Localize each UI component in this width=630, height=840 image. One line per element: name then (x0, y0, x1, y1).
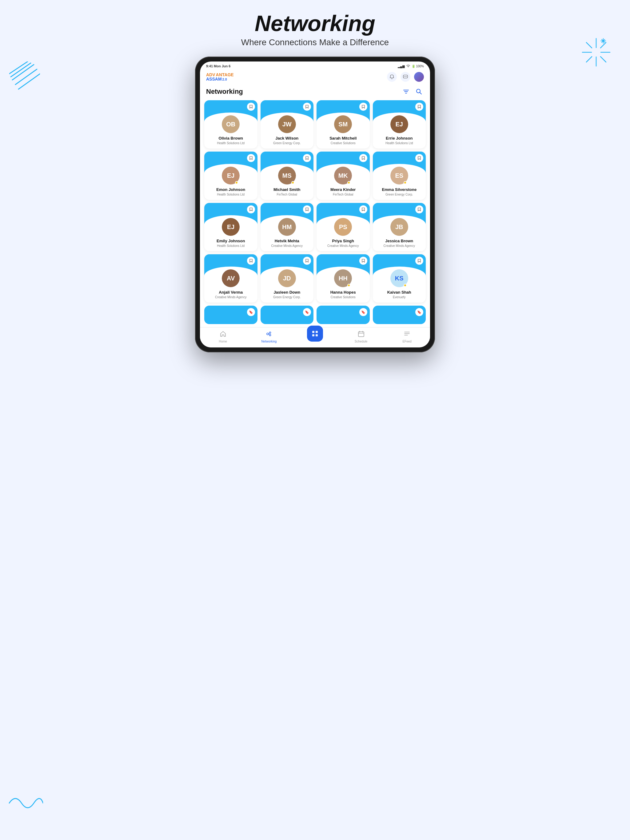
svg-line-15 (602, 39, 605, 43)
nav-apps[interactable] (292, 327, 338, 347)
partial-card-3[interactable]: 🔖 (317, 306, 370, 324)
logo-advantage2: ANTAGE (216, 73, 234, 77)
person-card-16[interactable]: KS Kaivan Shah Evenuefy (373, 254, 426, 303)
person-card-7[interactable]: MK Meera Kinder FinTech Global (317, 152, 370, 200)
bookmark-button[interactable] (415, 257, 423, 265)
chat-button[interactable] (400, 72, 410, 82)
bookmark-button[interactable] (415, 154, 423, 162)
avatar-face: AV (222, 269, 240, 287)
svg-point-20 (406, 76, 407, 77)
bookmark-button[interactable] (359, 205, 367, 213)
svg-point-18 (404, 76, 405, 77)
card-header: EJ (373, 100, 426, 125)
logo-assam: ASSAM (206, 77, 222, 81)
nav-home-label: Home (219, 340, 227, 343)
online-indicator (347, 284, 350, 287)
person-card-4[interactable]: EJ Errie Johnson Health Solutions Ltd (373, 100, 426, 148)
person-card-6[interactable]: MS Michael Smith FinTech Global (261, 152, 314, 200)
notification-button[interactable] (387, 72, 397, 82)
person-card-12[interactable]: JB Jessica Brown Creative Minds Agency (373, 203, 426, 251)
person-card-2[interactable]: JW Jack Wilson Green Energy Corp. (261, 100, 314, 148)
avatar-face: JW (278, 115, 296, 133)
online-indicator (291, 181, 294, 184)
card-header: HH (317, 254, 370, 279)
partial-card-4[interactable]: 🔖 (373, 306, 426, 324)
person-card-14[interactable]: JD Jasleen Down Green Energy Corp. (261, 254, 314, 303)
nav-schedule[interactable]: Schedule (338, 327, 384, 347)
person-card-11[interactable]: PS Priya Singh Creative Minds Agency (317, 203, 370, 251)
person-name: Hanna Hopes (319, 290, 367, 295)
filter-button[interactable] (401, 87, 411, 96)
bookmark-icon[interactable]: 🔖 (415, 308, 423, 316)
avatar: SM (333, 114, 353, 134)
bookmark-icon[interactable]: 🔖 (359, 308, 367, 316)
card-header: ES (373, 152, 426, 176)
svg-line-2 (19, 74, 40, 89)
svg-line-29 (269, 333, 269, 334)
user-avatar[interactable] (414, 72, 424, 82)
person-card-1[interactable]: OB Olivia Brown Health Solutions Ltd (204, 100, 258, 148)
bookmark-icon[interactable]: 🔖 (247, 308, 255, 316)
nav-networking-label: Networking (261, 340, 277, 343)
svg-line-30 (269, 334, 269, 335)
avatar-face: JD (278, 269, 296, 287)
page-main-title: Networking (241, 12, 389, 35)
svg-rect-34 (316, 334, 318, 336)
person-card-3[interactable]: SM Sarah Mitchell Creative Solutions (317, 100, 370, 148)
person-company: FinTech Global (319, 193, 367, 196)
card-header: PS (317, 203, 370, 227)
bookmark-button[interactable] (359, 154, 367, 162)
partial-card-2[interactable]: 🔖 (261, 306, 314, 324)
bookmark-button[interactable] (359, 257, 367, 265)
person-card-10[interactable]: HM Hetvik Mehta Creative Minds Agency (261, 203, 314, 251)
nav-home[interactable]: Home (200, 327, 246, 347)
avatar-face: OB (222, 115, 240, 133)
bookmark-button[interactable] (303, 103, 311, 111)
status-time: 9:41 Mon Jun 6 (206, 64, 230, 68)
decorative-wave-bottom (6, 791, 43, 809)
bookmark-button[interactable] (247, 205, 255, 213)
online-indicator (404, 284, 407, 287)
bookmark-icon[interactable]: 🔖 (303, 308, 311, 316)
svg-line-4 (9, 62, 28, 74)
nav-efeed[interactable]: EFeed (384, 327, 430, 347)
card-header: EJ (204, 152, 258, 176)
bookmark-button[interactable] (247, 257, 255, 265)
bookmark-button[interactable] (415, 103, 423, 111)
person-name: Jack Wilson (263, 136, 311, 141)
person-company: FinTech Global (263, 193, 311, 196)
bookmark-button[interactable] (247, 103, 255, 111)
partial-card-1[interactable]: 🔖 (204, 306, 258, 324)
bookmark-button[interactable] (359, 103, 367, 111)
person-card-13[interactable]: AV Anjali Verma Creative Minds Agency (204, 254, 258, 303)
card-header: KS (373, 254, 426, 279)
person-company: Health Solutions Ltd (375, 141, 424, 145)
avatar-face: SM (334, 115, 352, 133)
person-card-8[interactable]: ES Emma Silverstone Green Energy Corp. (373, 152, 426, 200)
online-indicator (235, 181, 238, 184)
person-card-9[interactable]: EJ Emily Johnson Health Solutions Ltd (204, 203, 258, 251)
card-header: AV (204, 254, 258, 279)
svg-line-11 (600, 43, 606, 48)
search-button[interactable] (414, 87, 424, 96)
avatar-face: HM (278, 218, 296, 236)
avatar-face: EJ (222, 218, 240, 236)
bookmark-button[interactable] (303, 257, 311, 265)
bookmark-button[interactable] (303, 154, 311, 162)
decorative-lines-left (9, 62, 40, 98)
apps-center-button[interactable] (307, 325, 323, 342)
avatar-face: JB (390, 218, 408, 236)
bookmark-button[interactable] (415, 205, 423, 213)
person-name: Olivia Brown (207, 136, 255, 141)
bookmark-button[interactable] (247, 154, 255, 162)
person-company: Creative Minds Agency (263, 244, 311, 248)
bookmark-button[interactable] (303, 205, 311, 213)
home-icon (220, 330, 226, 339)
person-card-5[interactable]: EJ Emon Johnson Health Solutions Ltd (204, 152, 258, 200)
ipad-screen: 9:41 Mon Jun 6 ▂▄▆ 🔋 100% ADV ANTAGE (200, 62, 430, 347)
card-header: JD (261, 254, 314, 279)
person-card-15[interactable]: HH Hanna Hopes Creative Solutions (317, 254, 370, 303)
partial-cards-row: 🔖 🔖 🔖 🔖 (200, 306, 430, 327)
title-actions (401, 87, 424, 96)
nav-networking[interactable]: Networking (246, 327, 292, 347)
